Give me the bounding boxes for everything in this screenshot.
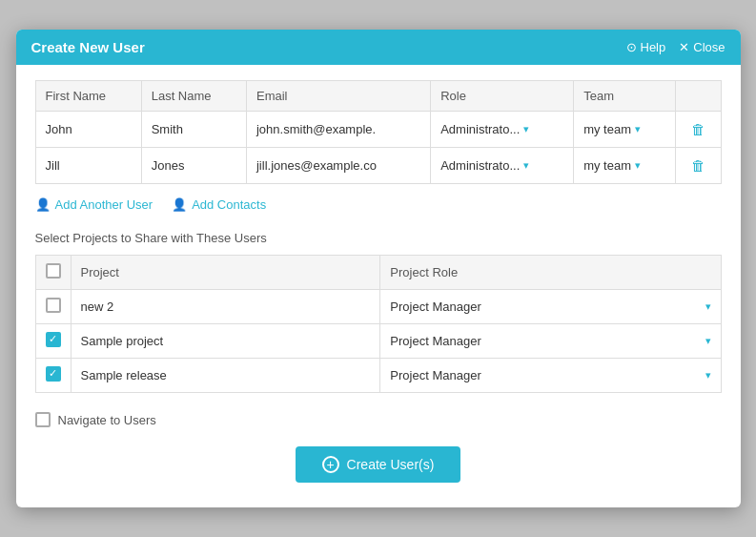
projects-section-label: Select Projects to Share with These User…: [35, 231, 722, 245]
table-row: John Smith john.smith@example. Administr…: [35, 112, 721, 148]
project-checkbox[interactable]: [46, 298, 61, 313]
navigate-checkbox[interactable]: [35, 412, 51, 427]
user-delete-cell: 🗑: [675, 112, 721, 148]
create-button-wrapper: + Create User(s): [35, 446, 722, 492]
project-check-cell: [35, 290, 71, 324]
user-team[interactable]: my team ▾: [574, 148, 675, 184]
help-circle-icon: ⊙: [626, 40, 637, 54]
navigate-row: Navigate to Users: [35, 412, 722, 427]
col-last-name: Last Name: [141, 81, 246, 112]
user-last-name: Smith: [141, 112, 246, 148]
add-user-icon: 👤: [35, 197, 51, 212]
action-links: 👤 Add Another User 👤 Add Contacts: [35, 197, 722, 212]
table-row: new 2 Project Manager ▾: [35, 290, 721, 324]
header-actions: ⊙ Help ✕ Close: [626, 40, 725, 54]
select-all-checkbox[interactable]: [46, 263, 61, 279]
add-contacts-link[interactable]: 👤 Add Contacts: [172, 197, 266, 212]
col-email: Email: [246, 81, 430, 112]
help-link[interactable]: ⊙ Help: [626, 40, 666, 54]
project-check-cell: [35, 359, 71, 393]
users-table-header-row: First Name Last Name Email Role Team: [35, 81, 721, 112]
team-chevron-icon: ▾: [635, 159, 641, 172]
col-actions: [675, 81, 721, 112]
user-first-name: Jill: [35, 148, 141, 184]
user-last-name: Jones: [141, 148, 246, 184]
col-project-role: Project Role: [380, 256, 721, 290]
create-button-label: Create User(s): [347, 457, 435, 472]
close-icon: ✕: [679, 40, 689, 54]
role-chevron-icon: ▾: [705, 369, 711, 382]
col-check: [35, 256, 71, 290]
role-chevron-icon: ▾: [705, 335, 711, 347]
user-first-name: John: [35, 112, 141, 148]
circle-plus-icon: +: [322, 456, 339, 473]
modal-body: First Name Last Name Email Role Team Joh…: [16, 65, 741, 507]
delete-user-button[interactable]: 🗑: [685, 155, 711, 176]
team-chevron-icon: ▾: [635, 123, 641, 135]
col-team: Team: [574, 81, 675, 112]
add-user-label: Add Another User: [55, 197, 153, 212]
project-role[interactable]: Project Manager ▾: [380, 290, 721, 324]
col-role: Role: [431, 81, 574, 112]
user-email: john.smith@example.: [246, 112, 430, 148]
add-contacts-label: Add Contacts: [192, 197, 266, 212]
user-team[interactable]: my team ▾: [574, 112, 675, 148]
role-chevron-icon: ▾: [523, 123, 529, 135]
project-role[interactable]: Project Manager ▾: [380, 359, 721, 393]
navigate-label: Navigate to Users: [58, 413, 156, 427]
table-row: Jill Jones jill.jones@example.co Adminis…: [35, 148, 721, 184]
user-role[interactable]: Administrato... ▾: [431, 112, 574, 148]
projects-table-header-row: Project Project Role: [35, 256, 721, 290]
create-users-button[interactable]: + Create User(s): [296, 446, 461, 483]
add-contacts-icon: 👤: [172, 197, 187, 212]
user-email: jill.jones@example.co: [246, 148, 430, 184]
project-name: Sample release: [71, 359, 380, 393]
modal-title: Create New User: [31, 39, 145, 55]
close-link[interactable]: ✕ Close: [679, 40, 725, 54]
user-delete-cell: 🗑: [675, 148, 721, 184]
table-row: Sample project Project Manager ▾: [35, 324, 721, 359]
project-role[interactable]: Project Manager ▾: [380, 324, 721, 359]
users-table: First Name Last Name Email Role Team Joh…: [35, 80, 722, 184]
project-name: Sample project: [71, 324, 380, 359]
role-chevron-icon: ▾: [705, 300, 711, 313]
user-role[interactable]: Administrato... ▾: [431, 148, 574, 184]
project-check-cell: [35, 324, 71, 359]
add-another-user-link[interactable]: 👤 Add Another User: [35, 197, 153, 212]
col-project: Project: [71, 256, 380, 290]
project-checkbox[interactable]: [46, 366, 61, 382]
col-first-name: First Name: [35, 81, 141, 112]
table-row: Sample release Project Manager ▾: [35, 359, 721, 393]
project-name: new 2: [71, 290, 380, 324]
projects-table: Project Project Role new 2 Project Manag…: [35, 255, 722, 393]
delete-user-button[interactable]: 🗑: [685, 119, 711, 139]
project-checkbox[interactable]: [46, 332, 61, 347]
modal-header: Create New User ⊙ Help ✕ Close: [16, 30, 741, 65]
role-chevron-icon: ▾: [523, 159, 529, 172]
create-user-modal: Create New User ⊙ Help ✕ Close First Nam…: [16, 30, 741, 507]
